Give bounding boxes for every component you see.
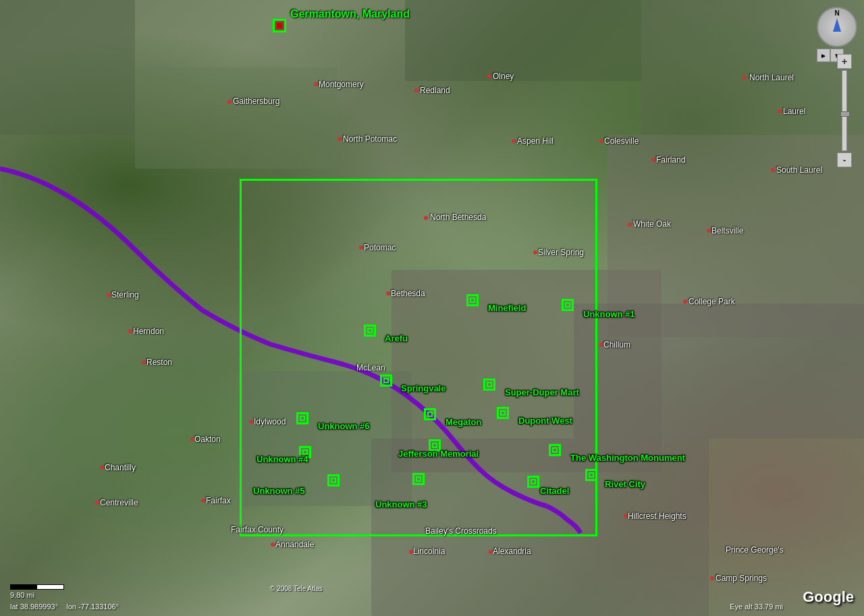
city-label-north-laurel: North Laurel bbox=[749, 73, 794, 82]
city-label-silver-spring: Silver Spring bbox=[538, 248, 584, 257]
copyright: © 2008 Tele Atlas bbox=[270, 585, 323, 592]
germantown-marker bbox=[273, 19, 286, 32]
scale-bar: 9.80 mi bbox=[10, 584, 64, 599]
city-label-idylwood: Idylwood bbox=[254, 417, 286, 426]
city-dot-north-laurel bbox=[742, 76, 747, 80]
city-label-herndon: Herndon bbox=[133, 327, 164, 336]
location-label-superduper: Super-Duper Mart bbox=[505, 387, 579, 397]
city-label-laurel: Laurel bbox=[783, 107, 805, 116]
city-dot-reston bbox=[142, 360, 146, 364]
city-dot-herndon bbox=[128, 329, 132, 333]
zoom-in-button[interactable]: + bbox=[837, 54, 852, 69]
city-dot-sterling bbox=[107, 293, 111, 297]
compass-north: N bbox=[834, 9, 839, 17]
city-label-lincolnia: Lincolnia bbox=[413, 547, 445, 556]
city-label-white-oak: White Oak bbox=[633, 219, 671, 229]
city-label-potomac: Potomac bbox=[364, 243, 396, 252]
city-label-colesville: Colesville bbox=[604, 136, 639, 146]
location-label-jefferson: Jefferson Memorial bbox=[398, 449, 479, 459]
city-label-mclean: McLean bbox=[356, 363, 385, 372]
scale-line bbox=[10, 584, 64, 590]
location-label-rivetcity: Rivet City bbox=[605, 479, 645, 489]
city-label-olney: Olney bbox=[493, 72, 514, 81]
city-dot-chillum bbox=[599, 343, 603, 347]
location-label-unknown1: Unknown #1 bbox=[583, 309, 635, 319]
location-marker-citadel[interactable] bbox=[527, 476, 539, 488]
location-marker-washington[interactable] bbox=[549, 444, 561, 456]
compass-arrow bbox=[833, 18, 841, 32]
location-marker-unknown5[interactable] bbox=[327, 474, 340, 486]
location-marker-superduper[interactable] bbox=[483, 379, 495, 391]
location-label-springvale: Springvale bbox=[401, 383, 446, 393]
lat-coord: lat 38.989993° bbox=[10, 603, 58, 611]
location-marker-unknown6[interactable] bbox=[296, 412, 308, 424]
city-label-camp-springs: Camp Springs bbox=[716, 573, 767, 583]
city-dot-idylwood bbox=[249, 420, 253, 424]
city-label-chantilly: Chantilly bbox=[105, 463, 136, 472]
city-dot-white-oak bbox=[628, 223, 632, 227]
city-dot-annandale bbox=[271, 542, 275, 547]
eye-altitude: Eye alt 33.79 mi bbox=[730, 603, 783, 611]
city-label-aspen-hill: Aspen Hill bbox=[517, 136, 554, 146]
city-label-oakton: Oakton bbox=[194, 435, 221, 444]
location-marker-unknown1[interactable] bbox=[562, 299, 574, 311]
city-label-chillum: Chillum bbox=[603, 340, 630, 349]
city-dot-chantilly bbox=[100, 466, 104, 470]
location-marker-springvale[interactable] bbox=[380, 374, 392, 387]
location-label-unknown4: Unknown #4 bbox=[256, 454, 308, 464]
lon-coord: lon -77.133106° bbox=[66, 603, 119, 611]
compass[interactable]: N bbox=[817, 7, 857, 47]
city-label-south-laurel: South Laurel bbox=[776, 165, 822, 175]
city-label-fairland: Fairland bbox=[656, 155, 685, 165]
city-label-fairfax-county: Fairfax County bbox=[231, 525, 284, 534]
city-dot-aspen-hill bbox=[512, 139, 516, 143]
city-dot-laurel bbox=[778, 109, 782, 113]
city-dot-bethesda bbox=[386, 291, 390, 296]
city-label-reston: Reston bbox=[146, 358, 172, 367]
city-label-sterling: Sterling bbox=[111, 290, 139, 300]
city-dot-centreville bbox=[95, 501, 99, 505]
city-label-prince-georges: Prince George's bbox=[726, 545, 784, 555]
city-label-baileys: Bailey's Crossroads bbox=[425, 526, 497, 536]
location-label-minefield: Minefield bbox=[488, 303, 526, 313]
city-label-north-potomac: North Potomac bbox=[343, 134, 397, 144]
city-label-college-park: College Park bbox=[688, 297, 735, 306]
city-dot-gaithersburg bbox=[227, 100, 232, 104]
city-dot-fairfax bbox=[201, 499, 205, 503]
location-marker-dupont[interactable] bbox=[497, 407, 509, 419]
city-label-hillcrest: Hillcrest Heights bbox=[628, 511, 686, 521]
location-marker-megaton[interactable] bbox=[424, 408, 436, 420]
navigation-control[interactable]: N ▲ ◄ ● ► ▼ bbox=[817, 7, 857, 49]
city-dot-camp-springs bbox=[710, 576, 714, 580]
city-dot-college-park bbox=[683, 300, 687, 304]
city-label-redland: Redland bbox=[420, 86, 450, 95]
google-logo: Google bbox=[803, 588, 854, 606]
location-label-unknown6: Unknown #6 bbox=[318, 421, 370, 431]
zoom-control[interactable]: + - bbox=[837, 54, 852, 167]
city-dot-hillcrest bbox=[624, 514, 628, 518]
city-label-north-bethesda: North Bethesda bbox=[430, 213, 486, 222]
city-dot-colesville bbox=[599, 139, 603, 143]
pan-right-button[interactable]: ► bbox=[817, 49, 830, 62]
zoom-out-button[interactable]: - bbox=[837, 152, 852, 167]
city-label-montgomery: Montgomery bbox=[319, 80, 364, 89]
scale-half1 bbox=[11, 585, 37, 589]
location-marker-arefu[interactable] bbox=[364, 325, 376, 337]
city-label-alexandria: Alexandria bbox=[493, 547, 531, 556]
city-dot-silver-spring bbox=[533, 250, 537, 254]
scale-half2 bbox=[37, 585, 63, 589]
location-marker-minefield[interactable] bbox=[466, 294, 479, 306]
location-label-unknown5: Unknown #5 bbox=[253, 486, 305, 496]
city-label-annandale: Annandale bbox=[275, 540, 314, 549]
location-marker-unknown3[interactable] bbox=[412, 473, 425, 485]
location-marker-rivetcity[interactable] bbox=[585, 469, 597, 481]
city-label-centreville: Centreville bbox=[100, 498, 138, 507]
location-label-arefu: Arefu bbox=[385, 333, 408, 343]
zoom-thumb[interactable] bbox=[840, 111, 850, 117]
zoom-slider[interactable] bbox=[842, 70, 847, 151]
city-label-fairfax: Fairfax bbox=[206, 496, 231, 505]
city-label-beltsville: Beltsville bbox=[711, 226, 743, 235]
city-dot-fairland bbox=[651, 158, 655, 162]
germantown-label: Germantown, Maryland bbox=[290, 8, 410, 20]
map-container: Germantown, Maryland North LaurelOlneyLa… bbox=[0, 0, 864, 616]
